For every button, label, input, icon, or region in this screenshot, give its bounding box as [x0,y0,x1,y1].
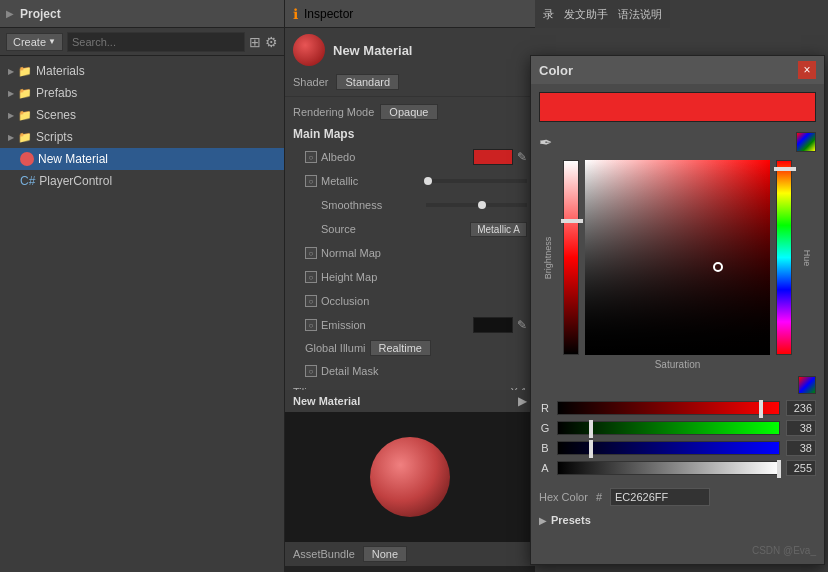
create-dropdown-icon: ▼ [48,37,56,46]
sidebar-item-scripts[interactable]: ▶ 📁 Scripts [0,126,284,148]
color-dialog-header: Color × [531,56,824,84]
nav-item-grammar[interactable]: 语法说明 [618,7,662,22]
sidebar-item-player-control[interactable]: C# PlayerControl [0,170,284,192]
rendering-mode-label: Rendering Mode [293,106,374,118]
emission-checkbox[interactable]: ○ [305,319,317,331]
occlusion-checkbox[interactable]: ○ [305,295,317,307]
folder-icon-materials: 📁 [18,65,32,78]
source-value[interactable]: Metallic A [470,222,527,237]
r-value[interactable]: 236 [786,400,816,416]
hex-input[interactable] [610,488,710,506]
scenes-label: Scenes [36,108,76,122]
preview-title: New Material [293,395,360,407]
folder-icon-scenes: 📁 [18,109,32,122]
eyedropper-icon[interactable]: ✒ [539,133,552,152]
rendering-mode-value[interactable]: Opaque [380,104,437,120]
asset-bundle-label: AssetBundle [293,548,355,560]
preview-sphere [370,437,450,517]
color-spectrum-icon[interactable] [796,132,816,152]
sidebar-item-scenes[interactable]: ▶ 📁 Scenes [0,104,284,126]
height-map-label: Height Map [321,271,527,283]
nav-item-publish[interactable]: 发文助手 [564,7,608,22]
project-tree: ▶ 📁 Materials ▶ 📁 Prefabs ▶ 📁 Scenes ▶ 📁… [0,56,284,196]
normal-map-checkbox[interactable]: ○ [305,247,317,259]
r-thumb [759,400,763,418]
metallic-checkbox[interactable]: ○ [305,175,317,187]
source-row: Source Metallic A [285,217,535,241]
presets-label: Presets [551,514,591,526]
albedo-row: ○ Albedo ✎ [285,145,535,169]
color-preview-bar[interactable] [539,92,816,122]
create-label: Create [13,36,46,48]
color-dialog-title: Color [539,63,573,78]
normal-map-label: Normal Map [321,247,527,259]
emission-row: ○ Emission ✎ [285,313,535,337]
detail-mask-checkbox[interactable]: ○ [305,365,317,377]
emission-picker-icon[interactable]: ✎ [517,318,527,332]
search-input[interactable] [67,32,245,52]
g-label: G [539,422,551,434]
g-channel-row: G 38 [539,420,816,436]
hue-slider[interactable] [776,160,792,355]
preview-expand-icon[interactable]: ▶ [518,394,527,408]
materials-label: Materials [36,64,85,78]
folder-icon-scripts: 📁 [18,131,32,144]
settings-icon[interactable]: ⚙ [265,34,278,50]
folder-icon-prefabs: 📁 [18,87,32,100]
top-nav: 录 发文助手 语法说明 [535,0,670,28]
hue-thumb [774,167,796,171]
shader-value[interactable]: Standard [336,74,399,90]
create-button[interactable]: Create ▼ [6,33,63,51]
script-icon: C# [20,174,35,188]
height-map-checkbox[interactable]: ○ [305,271,317,283]
divider [285,96,535,97]
project-panel: ▶ Project Create ▼ ⊞ ⚙ ▶ 📁 Materials ▶ 📁… [0,0,285,572]
height-map-row: ○ Height Map [285,265,535,289]
a-label: A [539,462,551,474]
color-mode-icon[interactable] [798,376,816,394]
a-thumb [777,460,781,478]
brightness-slider[interactable] [563,160,579,355]
b-value[interactable]: 38 [786,440,816,456]
albedo-checkbox[interactable]: ○ [305,151,317,163]
expand-icon: ▶ [8,111,14,120]
smoothness-row: Smoothness [285,193,535,217]
albedo-color-swatch[interactable] [473,149,513,165]
preview-canvas [285,412,535,542]
sidebar-item-prefabs[interactable]: ▶ 📁 Prefabs [0,82,284,104]
sidebar-item-materials[interactable]: ▶ 📁 Materials [0,60,284,82]
b-slider[interactable] [557,441,780,455]
g-value[interactable]: 38 [786,420,816,436]
asset-bundle-value[interactable]: None [363,546,407,562]
folder-icon[interactable]: ⊞ [249,34,261,50]
global-illum-value[interactable]: Realtime [370,340,431,356]
sidebar-item-new-material[interactable]: New Material [0,148,284,170]
project-triangle-icon: ▶ [6,8,14,19]
material-title-row: New Material [285,28,535,72]
project-title: Project [20,7,61,21]
g-slider[interactable] [557,421,780,435]
inspector-panel: ℹ Inspector New Material Shader Standard… [285,0,535,395]
brightness-label: Brightness [543,236,553,279]
saturation-brightness-canvas[interactable] [585,160,770,355]
a-slider[interactable] [557,461,780,475]
inspector-title: Inspector [304,7,353,21]
material-name: New Material [333,43,412,58]
normal-map-row: ○ Normal Map [285,241,535,265]
metallic-row: ○ Metallic [285,169,535,193]
rendering-row: Rendering Mode Opaque [285,101,535,123]
rgba-section: R 236 G 38 B 38 A 255 [531,396,824,484]
albedo-picker-icon[interactable]: ✎ [517,150,527,164]
detail-mask-row: ○ Detail Mask [285,359,535,383]
smoothness-label: Smoothness [321,199,422,211]
occlusion-label: Occlusion [321,295,527,307]
brightness-thumb [561,219,583,223]
a-value[interactable]: 255 [786,460,816,476]
emission-swatch[interactable] [473,317,513,333]
expand-icon: ▶ [8,67,14,76]
albedo-label: Albedo [321,151,469,163]
color-dialog-close-button[interactable]: × [798,61,816,79]
r-slider[interactable] [557,401,780,415]
color-mode-row [531,374,824,396]
nav-item-record[interactable]: 录 [543,7,554,22]
